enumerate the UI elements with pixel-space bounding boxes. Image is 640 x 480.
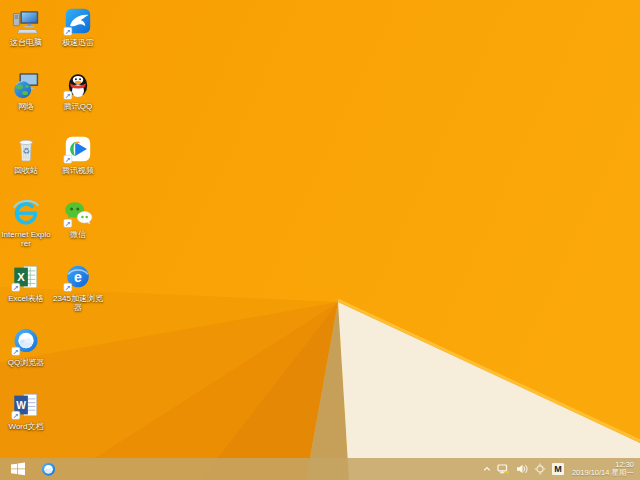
network-icon [11, 70, 41, 100]
desktop-icon-internet-explorer[interactable]: Internet Explorer [0, 196, 52, 260]
start-button[interactable] [2, 458, 34, 480]
svg-text:♻: ♻ [22, 146, 30, 156]
desktop-icon-grid: 这台电脑 ↗ 极速迅雷 [0, 4, 104, 452]
xunlei-thunder-icon: ↗ [63, 6, 93, 36]
shortcut-arrow-badge: ↗ [64, 155, 72, 163]
desktop-icon-tencent-video[interactable]: ↗ 腾讯视频 [52, 132, 104, 196]
clock-date: 2019/10/14 星期一 [572, 469, 634, 478]
network-status-tray-icon[interactable] [497, 463, 510, 475]
desktop-icon-recycle-bin[interactable]: ♻ 回收站 [0, 132, 52, 196]
svg-text:↗: ↗ [65, 220, 71, 227]
svg-text:↗: ↗ [65, 92, 71, 99]
volume-tray-icon[interactable] [516, 463, 528, 475]
svg-text:↗: ↗ [65, 156, 71, 163]
svg-text:↗: ↗ [13, 348, 19, 355]
svg-text:↗: ↗ [65, 284, 71, 291]
icon-label: 回收站 [14, 166, 38, 175]
ime-microsoft-pinyin-icon: M [552, 463, 564, 475]
chevron-up-icon [483, 465, 491, 473]
shortcut-arrow-badge: ↗ [64, 91, 72, 99]
recycle-bin-icon: ♻ [11, 134, 41, 164]
internet-explorer-icon [11, 198, 41, 228]
system-tray: M 12:30 2019/10/14 星期一 [483, 461, 640, 478]
shortcut-arrow-badge: ↗ [12, 411, 20, 419]
taskbar-qq-browser-button[interactable] [34, 458, 62, 480]
icon-label: 网络 [18, 102, 34, 111]
svg-text:↗: ↗ [65, 28, 71, 35]
icon-label: 微信 [70, 230, 86, 239]
qq-browser-icon [40, 461, 57, 478]
shortcut-arrow-badge: ↗ [12, 347, 20, 355]
crosshair-circle-icon [534, 463, 546, 475]
ime-indicator[interactable]: M [552, 463, 564, 475]
desktop-icon-tencent-qq[interactable]: ↗ 腾讯QQ [52, 68, 104, 132]
svg-text:e: e [74, 269, 82, 285]
icon-label: Word文档 [9, 422, 44, 431]
desktop-icon-qq-browser[interactable]: ↗ QQ浏览器 [0, 324, 52, 388]
speaker-icon [516, 463, 528, 475]
desktop-icon-network[interactable]: 网络 [0, 68, 52, 132]
svg-text:W: W [16, 400, 26, 411]
shortcut-arrow-badge: ↗ [64, 27, 72, 35]
word-icon: W ↗ [11, 390, 41, 420]
icon-label: 极速迅雷 [62, 38, 94, 47]
desktop-icon-this-pc[interactable]: 这台电脑 [0, 4, 52, 68]
shortcut-arrow-badge: ↗ [12, 283, 20, 291]
shortcut-arrow-badge: ↗ [64, 283, 72, 291]
tencent-video-icon: ↗ [63, 134, 93, 164]
icon-label: 腾讯QQ [64, 102, 92, 111]
svg-text:↗: ↗ [13, 412, 19, 419]
icon-label: QQ浏览器 [8, 358, 44, 367]
2345-browser-icon: e ↗ [63, 262, 93, 292]
icon-label: Excel表格 [8, 294, 44, 303]
shortcut-arrow-badge: ↗ [64, 219, 72, 227]
this-pc-icon [11, 6, 41, 36]
icon-label: 这台电脑 [10, 38, 42, 47]
windows-desktop: 这台电脑 ↗ 极速迅雷 [0, 0, 640, 480]
desktop-icon-xunlei-thunder[interactable]: ↗ 极速迅雷 [52, 4, 104, 68]
excel-icon: X ↗ [11, 262, 41, 292]
taskbar-clock[interactable]: 12:30 2019/10/14 星期一 [572, 461, 634, 478]
tencent-qq-icon: ↗ [63, 70, 93, 100]
desktop-icon-2345-browser[interactable]: e ↗ 2345加速浏览器 [52, 260, 104, 324]
icon-label: 腾讯视频 [62, 166, 94, 175]
icon-label: Internet Explorer [0, 230, 52, 248]
svg-text:X: X [17, 271, 25, 283]
icon-label: 2345加速浏览器 [52, 294, 104, 312]
desktop-icon-wechat[interactable]: ↗ 微信 [52, 196, 104, 260]
show-hidden-icons-button[interactable] [483, 465, 491, 473]
taskbar: M 12:30 2019/10/14 星期一 [0, 458, 640, 480]
svg-text:↗: ↗ [13, 284, 19, 291]
network-warning-icon [497, 463, 510, 475]
wechat-icon: ↗ [63, 198, 93, 228]
qq-browser-icon: ↗ [11, 326, 41, 356]
windows-logo-icon [11, 462, 25, 476]
desktop-icon-excel[interactable]: X ↗ Excel表格 [0, 260, 52, 324]
touchpad-tray-icon[interactable] [534, 463, 546, 475]
desktop-icon-word[interactable]: W ↗ Word文档 [0, 388, 52, 452]
